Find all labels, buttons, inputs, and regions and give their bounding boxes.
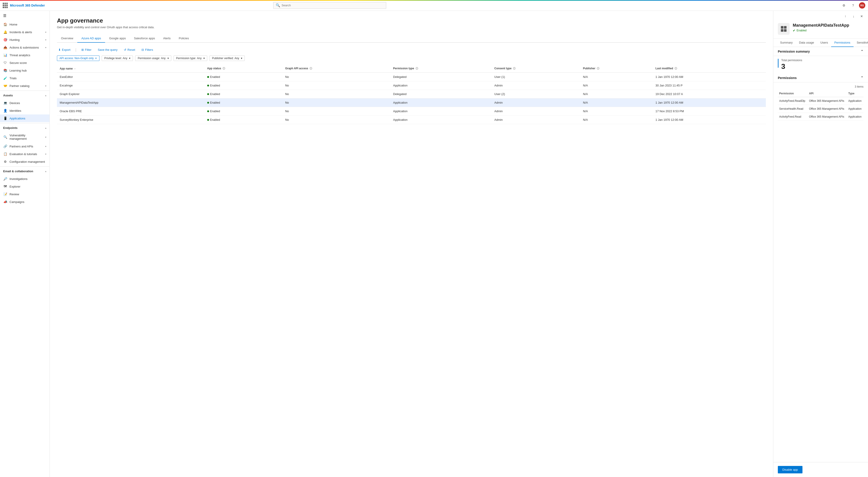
sidebar-item-identities[interactable]: 👤 Identities [0,107,50,114]
sidebar-toggle[interactable]: ☰ [0,11,50,21]
detail-tab-users[interactable]: Users [817,39,831,47]
col-header-app-status[interactable]: App status ⓘ [205,65,282,73]
sidebar-item-actions[interactable]: 📤 Actions & submissions ▾ [0,43,50,51]
status-dot [207,93,209,95]
col-header-permission-type[interactable]: Permission type ⓘ [391,65,492,73]
col-header-last-modified[interactable]: Last modified ⓘ [653,65,766,73]
detail-tab-summary[interactable]: Summary [777,39,796,47]
filter-permission-usage[interactable]: Permission usage: Any ▾ [135,56,171,61]
perm-cell-api: Office 365 Management APIs [808,97,847,105]
tab-policies[interactable]: Policies [175,34,193,43]
close-detail-button[interactable]: ✕ [859,13,865,20]
sidebar-item-campaigns[interactable]: 📣 Campaigns [0,198,50,206]
cell-app-status: Enabled [205,115,282,124]
chevron-down-permission-usage: ▾ [167,57,169,60]
sidebar-item-explorer[interactable]: 🗺 Explorer [0,183,50,190]
search-input[interactable] [282,4,384,7]
sidebar-item-investigations[interactable]: 🔎 Investigations [0,175,50,183]
tab-alerts[interactable]: Alerts [159,34,175,43]
filters-button[interactable]: ⊟ Filters [140,47,154,53]
navigate-down-button[interactable]: ↓ [850,13,857,20]
perm-cell-type: Application [847,113,864,121]
permission-summary-section-header[interactable]: Permission summary ⌃ [773,47,868,56]
settings-icon[interactable]: ⚙ [841,2,847,8]
table-row[interactable]: EwsEditor Enabled No Delegated User (1) … [57,73,766,81]
col-header-consent-type[interactable]: Consent type ⓘ [492,65,580,73]
table-row[interactable]: Graph Explorer Enabled No Delegated User… [57,90,766,98]
page-subtitle: Get in-depth visibility and control over… [57,26,766,29]
collapse-icon-2: ⌃ [861,76,864,80]
table-row[interactable]: SurveyMonkey Enterprise Enabled No Appli… [57,115,766,124]
sidebar-section-email[interactable]: Email & collaboration ▴ [0,168,50,175]
filter-privilege-level[interactable]: Privilege level: Any ▾ [102,56,133,61]
sidebar-item-devices[interactable]: 💻 Devices [0,99,50,107]
permissions-section-header[interactable]: Permissions ⌃ [773,73,868,82]
user-avatar[interactable]: RS [859,2,865,8]
sidebar-item-partner-catalog[interactable]: 🤝 Partner catalog ▾ [0,82,50,90]
chevron-down-icon-7: ▾ [45,153,46,155]
table-row[interactable]: Oracle EBS PRE Enabled No Application Ad… [57,107,766,115]
navigate-up-button[interactable]: ↑ [842,13,848,20]
sidebar-section-assets[interactable]: Assets ▴ [0,92,50,99]
sidebar-item-evaluation[interactable]: 📋 Evaluation & tutorials ▾ [0,150,50,158]
detail-footer: Disable app [773,462,868,477]
detail-tab-permissions[interactable]: Permissions [831,39,854,47]
cell-app-status: Enabled [205,73,282,81]
col-header-publisher[interactable]: Publisher ⓘ [580,65,653,73]
apps-table: App name ↑ App status ⓘ Graph API access… [57,65,766,124]
tab-azure-ad-apps[interactable]: Azure AD apps [77,34,105,43]
info-icon-last-modified: ⓘ [675,67,677,70]
sidebar-label-hunting: Hunting [9,38,43,41]
filter-button[interactable]: ⊞ Filter [80,47,93,53]
cell-graph-api: No [282,98,391,107]
col-header-app-name[interactable]: App name ↑ [57,65,205,73]
tab-salesforce-apps[interactable]: Salesforce apps [130,34,159,43]
sidebar-section-endpoints[interactable]: Endpoints ▴ [0,124,50,132]
sidebar-item-applications[interactable]: 📱 Applications [0,114,50,122]
sidebar-item-secure-score[interactable]: 🛡 Secure score [0,59,50,67]
table-row[interactable]: Excahnge Enabled No Application Admin N/… [57,81,766,90]
save-query-label: Save the query [98,48,118,52]
tab-overview[interactable]: Overview [57,34,77,43]
sidebar-item-incidents[interactable]: 🔔 Incidents & alerts ▾ [0,28,50,36]
sidebar-item-home[interactable]: 🏠 Home [0,21,50,28]
table-row[interactable]: ManagementAPIDataTestApp Enabled No Appl… [57,98,766,107]
chevron-down-icon-3: ▾ [45,46,46,49]
cell-app-status: Enabled [205,98,282,107]
collapse-icon-1: ⌃ [861,49,864,54]
tab-google-apps[interactable]: Google apps [105,34,130,43]
col-header-graph-api[interactable]: Graph API access ⓘ [282,65,391,73]
sidebar-item-trials[interactable]: 🧪 Trials [0,74,50,82]
cell-app-name: Excahnge [57,81,205,90]
sidebar-item-vulnerability[interactable]: 🔍 Vulnerability management ▾ [0,132,50,142]
waffle-icon[interactable] [3,3,8,8]
sidebar-label-campaigns: Campaigns [9,200,46,204]
chevron-up-icon-3: ▴ [45,170,46,172]
detail-tab-data-usage[interactable]: Data usage [796,39,817,47]
sidebar-item-hunting[interactable]: 🎯 Hunting ▾ [0,36,50,43]
sidebar-item-threat-analytics[interactable]: 📊 Threat analytics [0,51,50,59]
filter-publisher-verified[interactable]: Publisher verified: Any ▾ [210,56,245,61]
filter-tag-api-access[interactable]: API access: Non-Graph only ✕ [57,56,99,61]
sidebar-item-learning-hub[interactable]: 📚 Learning hub [0,67,50,74]
cell-app-status: Enabled [205,81,282,90]
export-button[interactable]: ⬇ Export [57,47,72,53]
disable-app-button[interactable]: Disable app [778,466,803,473]
sidebar-item-partners-apis[interactable]: 🔗 Partners and APIs ▾ [0,142,50,150]
perm-col-type: Type [847,90,864,97]
detail-app-icon [778,23,789,35]
detail-tab-sensitivity[interactable]: Sensitivity labels [854,39,868,47]
search-bar[interactable]: 🔍 [273,2,386,9]
cell-last-modified: 30 Jan 2023 11:45 P [653,81,766,90]
filter-permission-type[interactable]: Permission type: Any ▾ [174,56,207,61]
detail-header: ManagementAPIDataTestApp ✔ Enabled [773,20,868,39]
reset-button[interactable]: ↺ Reset [122,47,136,53]
sidebar-item-config-mgmt[interactable]: ⚙ Configuration management [0,158,50,166]
identities-icon: 👤 [3,109,7,112]
filter-remove-icon[interactable]: ✕ [95,57,97,60]
help-icon[interactable]: ? [850,2,856,8]
sidebar-item-review[interactable]: 📝 Review [0,190,50,198]
save-query-button[interactable]: Save the query [96,47,119,53]
devices-icon: 💻 [3,101,7,105]
sidebar-label-vulnerability: Vulnerability management [9,134,43,140]
